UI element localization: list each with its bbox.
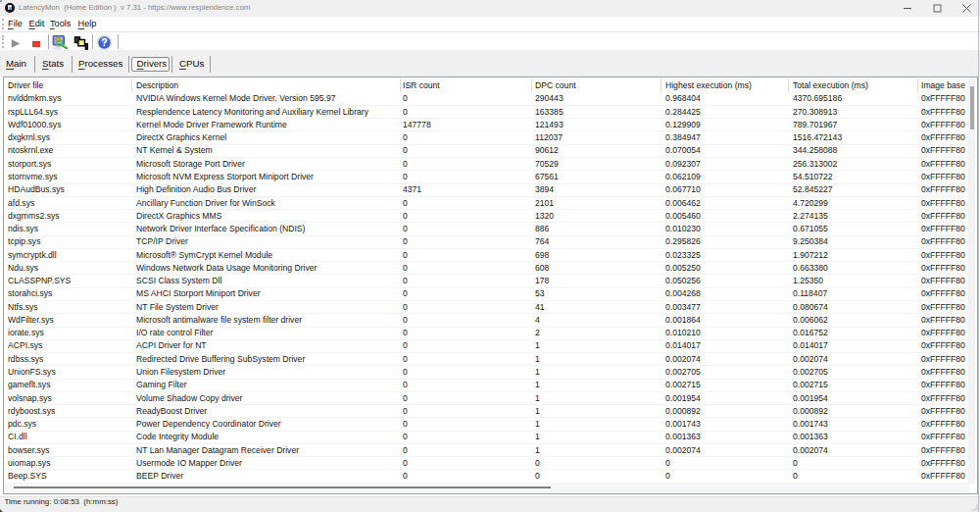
svg-text:?: ? — [101, 36, 107, 48]
